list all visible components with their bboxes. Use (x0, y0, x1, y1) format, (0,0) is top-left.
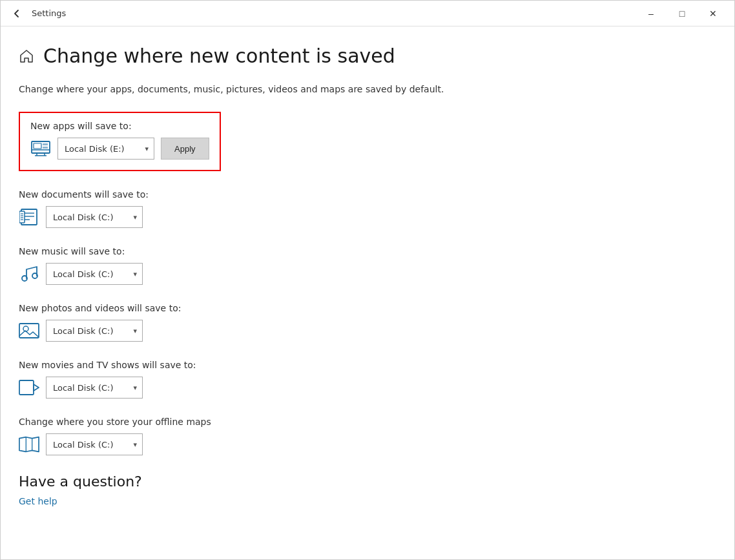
apps-apply-button[interactable]: Apply (161, 138, 209, 160)
page-description: Change where your apps, documents, music… (19, 83, 709, 96)
photos-dropdown-arrow: ▾ (133, 327, 137, 335)
svg-rect-6 (43, 143, 48, 145)
music-label: New music will save to: (19, 246, 709, 256)
minimize-button[interactable]: – (636, 3, 666, 24)
maps-dropdown[interactable]: Local Disk (C:) ▾ (46, 433, 143, 455)
documents-row: Local Disk (C:) ▾ (19, 206, 709, 228)
music-row: Local Disk (C:) ▾ (19, 263, 709, 285)
music-dropdown-value: Local Disk (C:) (53, 269, 128, 279)
svg-rect-19 (19, 324, 39, 338)
maps-dropdown-arrow: ▾ (133, 441, 137, 449)
documents-dropdown[interactable]: Local Disk (C:) ▾ (46, 206, 143, 228)
computer-icon (30, 138, 51, 159)
movies-dropdown[interactable]: Local Disk (C:) ▾ (46, 377, 143, 399)
maximize-button[interactable]: □ (667, 3, 697, 24)
apps-dropdown-arrow: ▾ (145, 145, 149, 153)
movies-dropdown-value: Local Disk (C:) (53, 383, 128, 393)
maps-icon (19, 434, 39, 455)
apps-label: New apps will save to: (30, 121, 209, 131)
music-dropdown[interactable]: Local Disk (C:) ▾ (46, 263, 143, 285)
documents-icon (19, 207, 39, 227)
apps-section: New apps will save to: Local D (19, 112, 221, 171)
apps-dropdown[interactable]: Local Disk (E:) ▾ (57, 138, 154, 160)
svg-rect-21 (19, 380, 34, 395)
svg-rect-12 (19, 211, 25, 223)
svg-point-20 (23, 326, 28, 331)
photos-row: Local Disk (C:) ▾ (19, 320, 709, 342)
apps-row: Local Disk (E:) ▾ Apply (30, 138, 209, 160)
settings-window: Settings – □ ✕ Change where new content … (0, 0, 735, 560)
documents-label: New documents will save to: (19, 189, 709, 200)
music-section: New music will save to: Local Disk (C:) … (19, 246, 709, 285)
have-question-heading: Have a question? (19, 473, 709, 490)
photos-dropdown-value: Local Disk (C:) (53, 326, 128, 336)
photos-label: New photos and videos will save to: (19, 303, 709, 313)
window-controls: – □ ✕ (636, 3, 728, 24)
movies-dropdown-arrow: ▾ (133, 384, 137, 392)
page-title: Change where new content is saved (43, 45, 395, 67)
maps-label: Change where you store your offline maps (19, 417, 709, 427)
svg-marker-22 (34, 384, 39, 391)
back-button[interactable] (7, 4, 26, 23)
apps-dropdown-value: Local Disk (E:) (65, 144, 140, 154)
documents-dropdown-arrow: ▾ (133, 213, 137, 222)
svg-rect-5 (34, 143, 41, 149)
svg-marker-23 (19, 437, 39, 452)
documents-dropdown-value: Local Disk (C:) (53, 213, 128, 222)
movies-section: New movies and TV shows will save to: Lo… (19, 360, 709, 399)
svg-rect-7 (43, 147, 48, 149)
page-header: Change where new content is saved (19, 45, 709, 67)
movies-icon (19, 377, 39, 398)
maps-row: Local Disk (C:) ▾ (19, 433, 709, 455)
documents-section: New documents will save to: (19, 189, 709, 228)
home-icon (19, 48, 34, 64)
photos-dropdown[interactable]: Local Disk (C:) ▾ (46, 320, 143, 342)
photos-icon (19, 320, 39, 341)
music-icon (19, 264, 39, 284)
maps-section: Change where you store your offline maps… (19, 417, 709, 455)
music-dropdown-arrow: ▾ (133, 270, 137, 278)
movies-row: Local Disk (C:) ▾ (19, 377, 709, 399)
close-button[interactable]: ✕ (698, 3, 728, 24)
main-content: Change where new content is saved Change… (1, 26, 734, 559)
maps-dropdown-value: Local Disk (C:) (53, 440, 128, 450)
title-bar-label: Settings (32, 8, 636, 18)
footer-section: Have a question? Get help (19, 473, 709, 507)
title-bar: Settings – □ ✕ (1, 1, 734, 26)
photos-section: New photos and videos will save to: Loca… (19, 303, 709, 342)
movies-label: New movies and TV shows will save to: (19, 360, 709, 370)
get-help-link[interactable]: Get help (19, 496, 57, 506)
